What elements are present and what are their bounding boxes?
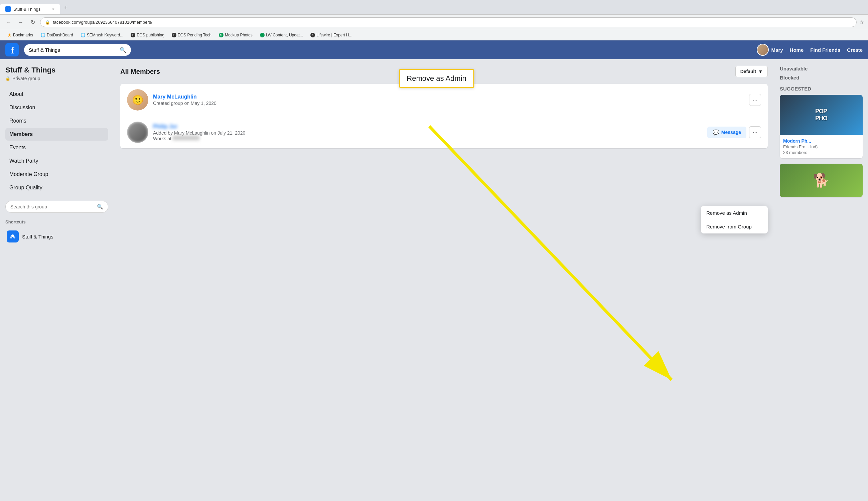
shortcut-group-icon [7, 231, 19, 243]
lock-icon: 🔒 [45, 20, 50, 25]
bookmark-label: DotDashBoard [47, 33, 73, 38]
dropdown-menu: Remove as Admin Remove from Group [701, 206, 768, 233]
suggested-group-card-pop-photo[interactable]: POPPHO Modern Ph... Friends Fro... Ind) … [780, 95, 862, 158]
bookmark-item-bookmarks[interactable]: ★ Bookmarks [4, 31, 36, 39]
member-name-mary[interactable]: Mary McLaughlin [153, 94, 744, 100]
sidebar-search[interactable]: 🔍 [6, 201, 108, 213]
lw-content-icon: + [260, 33, 265, 38]
bookmark-item-eos-pending[interactable]: E EOS Pending Tech [168, 32, 215, 39]
address-bar[interactable]: 🔒 facebook.com/groups/269236640781010/me… [40, 17, 857, 27]
browser-tabs: f Stuff & Things × + [0, 0, 868, 14]
svg-line-8 [429, 126, 671, 380]
reload-button[interactable]: ↻ [28, 18, 38, 27]
active-tab[interactable]: f Stuff & Things × [0, 4, 60, 14]
sidebar-item-members[interactable]: Members [6, 128, 108, 141]
fb-user-profile[interactable]: Mary [757, 44, 783, 56]
svg-point-4 [11, 234, 14, 237]
suggested-group-dog-image: 🐕 [780, 164, 862, 197]
member-more-button-blurred[interactable]: ··· [749, 126, 761, 138]
browser-nav: ← → ↻ 🔒 facebook.com/groups/269236640781… [0, 14, 868, 30]
bookmark-item-mockup[interactable]: M Mockup Photos [215, 32, 256, 39]
unavailable-label: Unavailable [780, 66, 862, 72]
bookmark-star-button[interactable]: ☆ [859, 19, 864, 25]
sidebar-nav: About Discussion Rooms Members Events Wa… [6, 88, 108, 194]
fb-username: Mary [771, 47, 783, 53]
shortcut-name: Stuff & Things [22, 234, 53, 239]
bookmark-item-eos-publishing[interactable]: E EOS publishing [127, 32, 168, 39]
member-row-blurred: Philip Jur Added by Mary McLaughlin on J… [120, 116, 768, 148]
blocked-label: Blocked [780, 75, 862, 81]
member-more-button-mary[interactable]: ··· [749, 94, 761, 106]
member-meta-blurred: Added by Mary McLaughlin on July 21, 202… [153, 130, 702, 136]
dropdown-item-remove-group[interactable]: Remove from Group [701, 220, 768, 233]
suggested-group-members: 23 members [783, 150, 859, 155]
right-sidebar: Unavailable Blocked SUGGESTED POPPHO Mod… [774, 59, 868, 501]
eos-pending-icon: E [172, 33, 177, 38]
lock-icon: 🔒 [6, 76, 10, 81]
sidebar-item-group-quality[interactable]: Group Quality [6, 181, 108, 194]
sidebar-item-about[interactable]: About [6, 88, 108, 100]
member-actions-mary: ··· [749, 94, 761, 106]
dropdown-item-remove-admin[interactable]: Remove as Admin [701, 206, 768, 220]
shortcuts-label: Shortcuts [6, 220, 108, 224]
fb-search-bar[interactable]: 🔍 [24, 44, 131, 56]
sidebar-item-events[interactable]: Events [6, 141, 108, 154]
chevron-down-icon: ▼ [758, 69, 763, 74]
bookmark-item-lw-content[interactable]: + LW Content, Updat... [257, 32, 306, 39]
eos-publishing-icon: E [131, 33, 135, 38]
suggested-group-meta: Friends Fro... Ind) [783, 144, 859, 149]
svg-text:f: f [11, 45, 14, 55]
annotation-text: Remove as Admin [406, 74, 466, 83]
bookmark-item-semrush[interactable]: 🌐 SEMrush Keyword... [77, 32, 127, 39]
fb-nav-create[interactable]: Create [847, 47, 862, 53]
sidebar-item-discussion[interactable]: Discussion [6, 101, 108, 114]
bookmark-globe-icon: 🌐 [40, 33, 45, 38]
members-section: 🙂 Mary McLaughlin Created group on May 1… [120, 84, 768, 148]
close-tab-button[interactable]: × [52, 6, 55, 12]
member-works-blurred: Works at [153, 136, 702, 141]
member-avatar-mary: 🙂 [127, 89, 148, 110]
group-name: Stuff & Things [6, 66, 108, 74]
bookmark-label: EOS publishing [137, 33, 165, 38]
back-button[interactable]: ← [4, 18, 13, 27]
main-layout: Stuff & Things 🔒 Private group About Dis… [0, 59, 868, 501]
fb-nav-home[interactable]: Home [790, 47, 804, 53]
new-tab-button[interactable]: + [60, 2, 72, 14]
member-info-mary: Mary McLaughlin Created group on May 1, … [153, 94, 744, 106]
mockup-icon: M [219, 33, 223, 38]
forward-button[interactable]: → [16, 18, 25, 27]
bookmark-globe-icon: 🌐 [81, 33, 86, 38]
shortcut-item-stuff-things[interactable]: Stuff & Things [6, 228, 108, 245]
sidebar-item-watch-party[interactable]: Watch Party [6, 154, 108, 167]
bookmarks-bar: ★ Bookmarks 🌐 DotDashBoard 🌐 SEMrush Key… [0, 30, 868, 40]
suggested-group-title[interactable]: Modern Ph... [783, 138, 859, 143]
member-row-mary: 🙂 Mary McLaughlin Created group on May 1… [120, 84, 768, 116]
sidebar-search-input[interactable] [10, 204, 94, 210]
group-type-label: Private group [12, 76, 40, 81]
tab-title: Stuff & Things [13, 7, 50, 12]
svg-text:f: f [7, 7, 9, 11]
default-filter-button[interactable]: Default ▼ [735, 66, 768, 77]
browser-chrome: f Stuff & Things × + ← → ↻ 🔒 facebook.co… [0, 0, 868, 40]
group-type: 🔒 Private group [6, 76, 108, 81]
fb-user-avatar [757, 44, 769, 56]
suggested-label: SUGGESTED [780, 86, 862, 92]
member-actions-blurred: 💬 Message ··· [707, 126, 761, 138]
bookmark-item-dotdashboard[interactable]: 🌐 DotDashBoard [37, 32, 76, 39]
bookmark-item-lifewire[interactable]: c Lifewire | Expert H... [307, 32, 356, 39]
bookmark-label: Lifewire | Expert H... [316, 33, 352, 38]
fb-search-icon[interactable]: 🔍 [120, 47, 126, 53]
suggested-group-card-dog[interactable]: 🐕 [780, 164, 862, 197]
sidebar-item-rooms[interactable]: Rooms [6, 115, 108, 127]
sidebar-item-moderate-group[interactable]: Moderate Group [6, 168, 108, 181]
svg-point-6 [13, 236, 15, 238]
message-button[interactable]: 💬 Message [707, 127, 747, 138]
svg-point-5 [10, 236, 12, 238]
fb-nav-find-friends[interactable]: Find Friends [810, 47, 840, 53]
default-btn-label: Default [740, 69, 756, 74]
address-text: facebook.com/groups/269236640781010/memb… [53, 20, 851, 25]
suggested-group-image: POPPHO [780, 95, 862, 135]
fb-search-input[interactable] [29, 47, 117, 53]
facebook-logo[interactable]: f [6, 43, 19, 56]
member-avatar-blurred [127, 121, 148, 143]
